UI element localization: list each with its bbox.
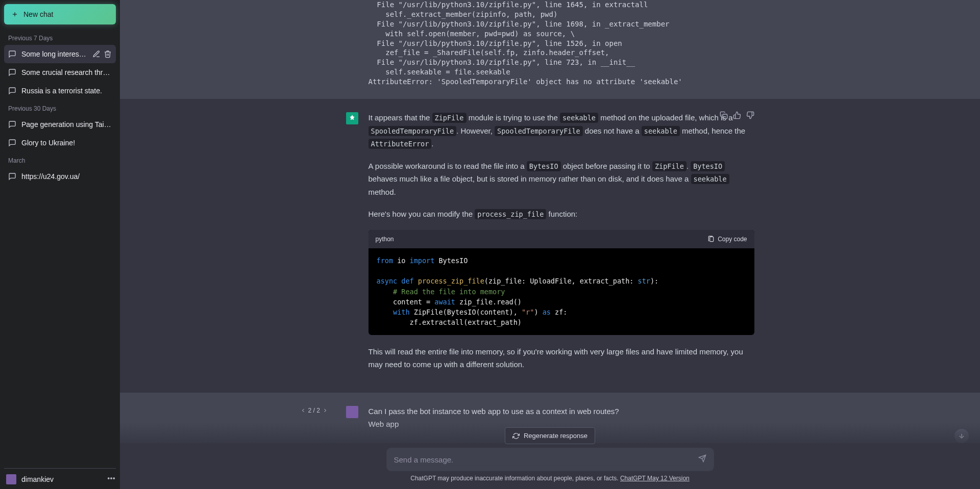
svg-point-2 xyxy=(108,478,109,479)
chat-item-label: Russia is a terrorist state. xyxy=(21,87,112,95)
chat-icon xyxy=(8,50,16,58)
chat-item[interactable]: Russia is a terrorist state. xyxy=(4,82,116,100)
chat-item-label: Some long interesting thread xyxy=(21,50,87,58)
version-link[interactable]: ChatGPT May 12 Version xyxy=(620,475,690,482)
section-title: Previous 30 Days xyxy=(4,100,116,115)
chat-icon xyxy=(8,87,16,95)
new-chat-label: New chat xyxy=(23,10,53,18)
message-actions xyxy=(720,111,754,119)
chat-item[interactable]: Page generation using Tailwind CSS xyxy=(4,115,116,134)
chat-icon xyxy=(8,120,16,128)
chevron-left-icon[interactable] xyxy=(300,407,306,414)
main: File "/usr/lib/python3.10/zipfile.py", l… xyxy=(120,0,980,489)
clipboard-icon xyxy=(707,236,715,243)
assistant-message: It appears that the ZipFile module is tr… xyxy=(120,99,980,393)
trash-icon[interactable] xyxy=(104,50,112,58)
send-button[interactable] xyxy=(698,454,706,465)
chat-item-label: Glory to Ukraine! xyxy=(21,139,112,147)
assistant-paragraph: A possible workaround is to read the fil… xyxy=(369,160,754,199)
input-bar: Regenerate response ChatGPT may produce … xyxy=(120,422,980,489)
refresh-icon xyxy=(512,432,520,440)
chat-item-label: Page generation using Tailwind CSS xyxy=(21,120,112,128)
footer-note: ChatGPT may produce inaccurate informati… xyxy=(410,475,690,482)
user-name: dimankiev xyxy=(21,475,102,483)
regenerate-button[interactable]: Regenerate response xyxy=(505,427,595,444)
openai-icon xyxy=(348,114,356,122)
user-avatar xyxy=(346,406,358,418)
chat-icon xyxy=(8,68,16,76)
thumbs-down-icon[interactable] xyxy=(746,111,754,119)
chat-item-label: https://u24.gov.ua/ xyxy=(21,172,112,181)
chat-icon xyxy=(8,139,16,147)
chat-icon xyxy=(8,172,16,181)
more-menu-button[interactable] xyxy=(107,474,116,485)
section-title: March xyxy=(4,152,116,167)
assistant-paragraph: It appears that the ZipFile module is tr… xyxy=(369,111,754,150)
chat-item[interactable]: Some crucial research thread. xyxy=(4,63,116,82)
code-block: python Copy code from io import BytesIO … xyxy=(369,230,754,335)
more-icon xyxy=(107,474,116,483)
chat-item[interactable]: https://u24.gov.ua/ xyxy=(4,167,116,186)
copy-code-button[interactable]: Copy code xyxy=(707,234,747,244)
assistant-paragraph: This will read the entire file into memo… xyxy=(369,345,754,371)
copy-icon[interactable] xyxy=(720,111,728,119)
message-input-row xyxy=(387,448,714,471)
user-text: Can I pass the bot instance to web app t… xyxy=(369,405,754,418)
message-pager: 2 / 2 xyxy=(300,407,328,414)
traceback-text: File "/usr/lib/python3.10/zipfile.py", l… xyxy=(369,0,754,87)
conversation[interactable]: File "/usr/lib/python3.10/zipfile.py", l… xyxy=(120,0,980,489)
message-input[interactable] xyxy=(394,455,698,464)
sidebar-footer[interactable]: dimankiev xyxy=(4,468,116,485)
avatar xyxy=(6,474,16,484)
chevron-right-icon[interactable] xyxy=(322,407,328,414)
svg-point-4 xyxy=(113,478,114,479)
svg-rect-6 xyxy=(710,237,714,241)
send-icon xyxy=(698,454,706,462)
plus-icon xyxy=(11,11,18,18)
assistant-avatar xyxy=(346,112,358,124)
edit-icon[interactable] xyxy=(92,50,101,58)
thumbs-up-icon[interactable] xyxy=(733,111,741,119)
svg-rect-5 xyxy=(723,114,727,119)
assistant-paragraph: Here's how you can modify the process_zi… xyxy=(369,208,754,221)
user-message: File "/usr/lib/python3.10/zipfile.py", l… xyxy=(120,0,980,99)
code-language: python xyxy=(376,234,394,244)
sidebar: New chat Previous 7 Days Some long inter… xyxy=(0,0,120,489)
chat-item[interactable]: Glory to Ukraine! xyxy=(4,134,116,152)
chat-item-label: Some crucial research thread. xyxy=(21,68,112,76)
section-title: Previous 7 Days xyxy=(4,30,116,45)
svg-point-3 xyxy=(111,478,112,479)
new-chat-button[interactable]: New chat xyxy=(4,4,116,24)
chat-item-active[interactable]: Some long interesting thread xyxy=(4,45,116,63)
chat-list: Previous 7 Days Some long interesting th… xyxy=(4,30,116,468)
code-body: from io import BytesIO async def process… xyxy=(369,248,754,335)
